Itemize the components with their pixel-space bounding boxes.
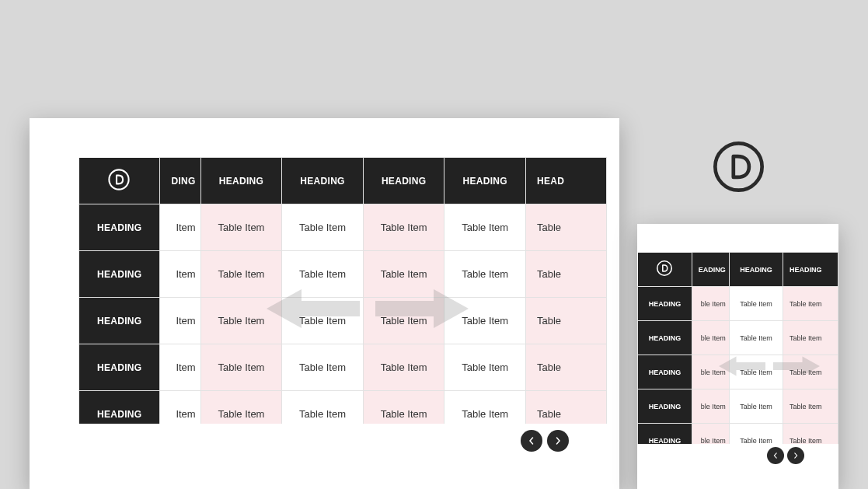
prev-button[interactable] bbox=[767, 447, 784, 464]
table-cell-partial-left: Item bbox=[160, 344, 200, 391]
table-row: HEADING ble Item Table Item Table Item bbox=[638, 321, 838, 355]
svg-point-1 bbox=[110, 169, 129, 189]
table-cell: Table Item bbox=[363, 251, 444, 298]
row-header: HEADING bbox=[79, 344, 160, 391]
table-row: HEADING ble Item Table Item Table Item bbox=[638, 287, 838, 321]
column-header-partial-left: EADING bbox=[692, 253, 729, 287]
table-cell: Table Item bbox=[729, 287, 783, 321]
table-cell-partial-right: Table Item bbox=[783, 321, 838, 355]
table-cell-partial-right: Table bbox=[525, 251, 606, 298]
table-row: HEADING Item Table Item Table Item Table… bbox=[79, 391, 607, 424]
chevron-left-icon bbox=[528, 437, 535, 445]
row-header: HEADING bbox=[79, 204, 160, 251]
column-header: HEADING bbox=[729, 253, 783, 287]
table-cell: Table Item bbox=[729, 321, 783, 355]
desktop-preview: DING HEADING HEADING HEADING HEADING HEA… bbox=[30, 118, 619, 489]
chevron-right-icon bbox=[793, 452, 799, 459]
row-header: HEADING bbox=[638, 424, 692, 445]
table-cell: Table Item bbox=[282, 391, 364, 424]
table-cell-partial-left: ble Item bbox=[692, 389, 729, 424]
column-header: HEADING bbox=[444, 158, 526, 204]
row-header: HEADING bbox=[638, 321, 692, 355]
table-cell-partial-left: ble Item bbox=[692, 321, 729, 355]
table-cell: Table Item bbox=[200, 344, 282, 391]
column-header: HEADING bbox=[282, 158, 364, 204]
table-cell-partial-right: Table bbox=[525, 344, 606, 391]
table-cell-partial-left: Item bbox=[160, 204, 200, 251]
table-row: HEADING Item Table Item Table Item Table… bbox=[79, 204, 607, 251]
row-header: HEADING bbox=[638, 389, 692, 424]
table-cell: Table Item bbox=[363, 298, 444, 344]
row-header: HEADING bbox=[79, 251, 160, 298]
table-cell-partial-right: Table bbox=[525, 391, 606, 424]
column-header: HEADING bbox=[200, 158, 282, 204]
table-logo-cell bbox=[79, 158, 160, 204]
table-cell: Table Item bbox=[282, 204, 364, 251]
svg-point-4 bbox=[657, 261, 671, 275]
svg-point-0 bbox=[715, 143, 762, 190]
table-cell: Table Item bbox=[729, 355, 783, 389]
table-cell: Table Item bbox=[200, 391, 282, 424]
column-header-partial-right: HEAD bbox=[525, 158, 606, 204]
table-cell-partial-right: Table Item bbox=[783, 389, 838, 424]
table-cell: Table Item bbox=[200, 298, 282, 344]
pricing-table: DING HEADING HEADING HEADING HEADING HEA… bbox=[78, 157, 607, 424]
table-cell: Table Item bbox=[444, 204, 526, 251]
table-row: HEADING Item Table Item Table Item Table… bbox=[79, 298, 607, 344]
table-cell-partial-left: ble Item bbox=[692, 287, 729, 321]
mobile-preview: EADING HEADING HEADING HEADING ble Item … bbox=[637, 224, 838, 489]
table-cell-partial-left: Item bbox=[160, 298, 200, 344]
table-cell: Table Item bbox=[729, 389, 783, 424]
table-row: HEADING Item Table Item Table Item Table… bbox=[79, 344, 607, 391]
table-cell: Table Item bbox=[200, 204, 282, 251]
table-cell: Table Item bbox=[444, 251, 526, 298]
table-nav bbox=[521, 430, 569, 452]
prev-button[interactable] bbox=[521, 430, 542, 452]
table-row: HEADING ble Item Table Item Table Item bbox=[638, 389, 838, 424]
table-cell-partial-right: Table Item bbox=[783, 424, 838, 445]
next-button[interactable] bbox=[547, 430, 569, 452]
table-logo-cell bbox=[638, 253, 692, 287]
table-cell: Table Item bbox=[444, 344, 526, 391]
table-cell: Table Item bbox=[282, 298, 364, 344]
table-header-row: EADING HEADING HEADING bbox=[638, 253, 838, 287]
table-cell: Table Item bbox=[363, 204, 444, 251]
table-cell: Table Item bbox=[282, 344, 364, 391]
divi-logo-icon bbox=[713, 141, 765, 193]
pricing-table: EADING HEADING HEADING HEADING ble Item … bbox=[637, 252, 838, 444]
column-header: HEADING bbox=[363, 158, 444, 204]
table-cell-partial-right: Table Item bbox=[783, 355, 838, 389]
table-cell-partial-left: Item bbox=[160, 391, 200, 424]
chevron-left-icon bbox=[772, 452, 779, 459]
row-header: HEADING bbox=[79, 298, 160, 344]
row-header: HEADING bbox=[79, 391, 160, 424]
row-header: HEADING bbox=[638, 355, 692, 389]
table-cell: Table Item bbox=[282, 251, 364, 298]
table-cell-partial-right: Table Item bbox=[783, 287, 838, 321]
table-cell: Table Item bbox=[200, 251, 282, 298]
table-cell: Table Item bbox=[363, 344, 444, 391]
table-cell-partial-left: ble Item bbox=[692, 355, 729, 389]
chevron-right-icon bbox=[554, 437, 562, 445]
table-cell: Table Item bbox=[444, 298, 526, 344]
table-header-row: DING HEADING HEADING HEADING HEADING HEA… bbox=[79, 158, 607, 204]
table-cell-partial-left: ble Item bbox=[692, 424, 729, 445]
table-cell-partial-right: Table bbox=[525, 298, 606, 344]
table-cell: Table Item bbox=[729, 424, 783, 445]
table-cell-partial-left: Item bbox=[160, 251, 200, 298]
table-row: HEADING ble Item Table Item Table Item bbox=[638, 355, 838, 389]
table-nav bbox=[767, 447, 804, 464]
table-cell: Table Item bbox=[444, 391, 526, 424]
column-header-partial-right: HEADING bbox=[783, 253, 838, 287]
table-row: HEADING Item Table Item Table Item Table… bbox=[79, 251, 607, 298]
table-row: HEADING ble Item Table Item Table Item bbox=[638, 424, 838, 445]
table-cell: Table Item bbox=[363, 391, 444, 424]
next-button[interactable] bbox=[787, 447, 804, 464]
row-header: HEADING bbox=[638, 287, 692, 321]
table-cell-partial-right: Table bbox=[525, 204, 606, 251]
column-header-partial-left: DING bbox=[160, 158, 200, 204]
